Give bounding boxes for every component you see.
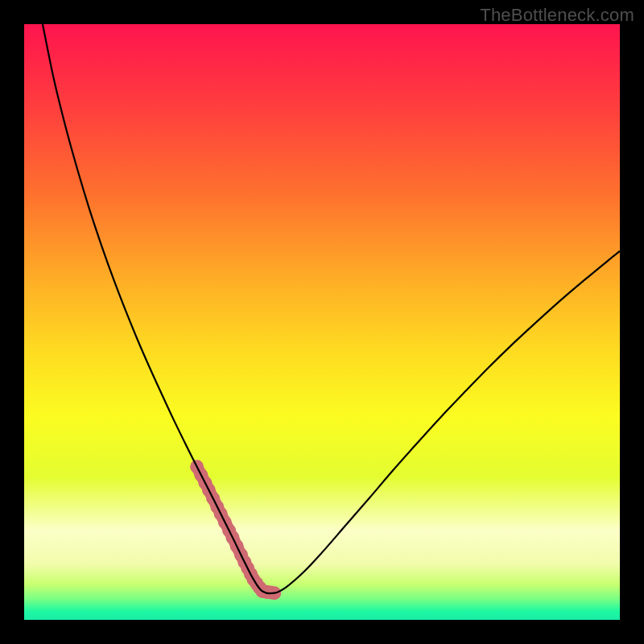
watermark-text: TheBottleneck.com [480,5,634,26]
chart-frame: TheBottleneck.com [0,0,644,644]
bottleneck-chart [24,24,620,620]
chart-background [24,24,620,620]
